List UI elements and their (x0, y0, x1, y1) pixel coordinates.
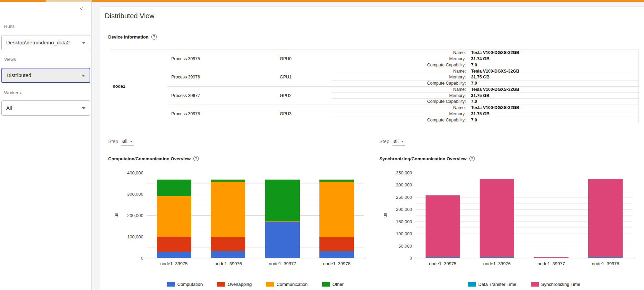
legend-item-synchronizing-time: Synchronizing Time (531, 282, 580, 287)
legend-item-computation: Computation (167, 282, 203, 287)
bar-segment-communication (319, 182, 354, 237)
property-label: Memory: (331, 75, 469, 79)
property-row: Memory:31.75 GB (331, 111, 638, 117)
field-label-views: Views (4, 57, 16, 62)
legend-swatch (167, 282, 175, 287)
views-select-value: Distributed (7, 72, 31, 78)
property-row: Compute Capability:7.0 (331, 98, 638, 105)
device-information-heading: Device Information ? (108, 34, 157, 40)
left-chart-title-text: Computaion/Communication Overview (108, 156, 191, 161)
left-chart-help-icon[interactable]: ? (193, 156, 199, 161)
y-axis-tick-label: 100,000 (105, 234, 143, 239)
legend-swatch (217, 282, 225, 287)
x-axis-category-label: node1_39975 (417, 261, 469, 266)
left-chart-title: Computaion/Communication Overview ? (108, 156, 199, 161)
property-value: Tesla V100-DGXS-32GB (469, 105, 519, 110)
chevron-down-icon (401, 141, 404, 142)
bar-segment-other (211, 180, 245, 182)
device-information-table: node1Process 39975GPU0Name:Tesla V100-DG… (109, 50, 639, 123)
y-axis-tick-label: 200,000 (374, 207, 412, 212)
device-information-label: Device Information (108, 34, 149, 40)
property-row: Memory:31.75 GB (331, 92, 638, 98)
property-value: 31.75 GB (469, 93, 490, 98)
right-step-select[interactable]: all (392, 138, 405, 146)
property-value: 31.74 GB (469, 56, 490, 61)
runs-select[interactable]: Desktop\demo\demo_data2 (1, 35, 90, 50)
chevron-down-icon (82, 75, 85, 77)
y-axis-tick-label: 250,000 (374, 195, 412, 200)
legend-swatch (531, 282, 539, 287)
bar-segment-communication (265, 221, 300, 222)
collapse-sidebar-icon[interactable]: < (78, 5, 85, 13)
bar-segment-data-transfer-time (426, 257, 460, 258)
gpu-cell: GPU1 (276, 68, 331, 86)
gpu-cell: GPU0 (276, 50, 331, 68)
legend-swatch (322, 282, 330, 287)
runs-select-value: Desktop\demo\demo_data2 (6, 40, 70, 45)
process-cell: Process 39975 (167, 50, 276, 68)
gpu-group-row: Process 39977GPU2Name:Tesla V100-DGXS-32… (167, 86, 638, 105)
app-screen: < RunsDesktop\demo\demo_data2ViewsDistri… (0, 0, 644, 290)
property-row: Name:Tesla V100-DGXS-32GB (331, 105, 638, 111)
x-axis-category-label: node1_39978 (580, 261, 631, 266)
legend-item-other: Other (322, 282, 344, 287)
workers-select[interactable]: All (1, 100, 90, 116)
bar-segment-overlapping (319, 237, 354, 251)
legend-label: Data Transfer Time (478, 282, 517, 287)
node-name-cell: node1 (109, 50, 167, 123)
right-chart-help-icon[interactable]: ? (469, 156, 475, 161)
property-row: Compute Capability:7.0 (331, 80, 638, 86)
property-label: Memory: (331, 56, 469, 61)
bar-segment-other (319, 180, 354, 182)
property-label: Name: (331, 69, 469, 74)
chevron-down-icon (130, 141, 133, 142)
property-value: 7.0 (469, 81, 477, 86)
right-chart-title-text: Synchronizing/Communication Overview (379, 156, 467, 161)
legend-label: Communication (276, 282, 307, 287)
bar-segment-synchronizing-time (588, 179, 623, 257)
bar-segment-synchronizing-time (426, 195, 460, 257)
top-bar-divider (92, 0, 92, 2)
property-label: Memory: (331, 93, 469, 98)
field-label-runs: Runs (4, 24, 14, 29)
y-axis-tick-label: 150,000 (374, 219, 412, 224)
bar-segment-computation (319, 251, 354, 258)
left-step-select[interactable]: all (121, 138, 134, 146)
bar-segment-data-transfer-time (588, 257, 623, 258)
property-label: Compute Capability: (331, 99, 469, 104)
chevron-down-icon (82, 107, 85, 109)
gpu-cell: GPU3 (276, 105, 331, 123)
views-select[interactable]: Distributed (1, 68, 90, 83)
bar-segment-computation (265, 222, 300, 258)
gridline (416, 173, 633, 173)
legend-label: Other (333, 282, 344, 287)
x-axis-category-label: node1_39976 (471, 261, 523, 266)
top-accent-bar (0, 0, 644, 2)
property-label: Compute Capability: (331, 63, 469, 67)
synchronizing-communication-chart: 050,000100,000150,000200,000250,000300,0… (379, 165, 644, 290)
y-axis-tick-label: 50,000 (374, 244, 412, 249)
y-axis-tick-label: 0 (105, 256, 143, 261)
property-value: 7.0 (469, 118, 477, 122)
property-label: Compute Capability: (331, 81, 469, 86)
bar-segment-overlapping (211, 237, 245, 251)
property-row: Name:Tesla V100-DGXS-32GB (331, 68, 638, 74)
property-value: Tesla V100-DGXS-32GB (469, 50, 519, 55)
right-chart-title: Synchronizing/Communication Overview ? (379, 156, 475, 161)
legend-label: Computation (177, 282, 203, 287)
property-row: Name:Tesla V100-DGXS-32GB (331, 87, 638, 93)
bar-segment-overlapping (157, 237, 191, 251)
property-value: Tesla V100-DGXS-32GB (469, 87, 519, 92)
chart-legend: Data Transfer TimeSynchronizing Time (416, 282, 633, 287)
property-label: Compute Capability: (331, 118, 469, 122)
gpu-group-row: Process 39978GPU3Name:Tesla V100-DGXS-32… (167, 105, 638, 123)
gpu-group-row: Process 39975GPU0Name:Tesla V100-DGXS-32… (167, 50, 638, 68)
workers-select-value: All (6, 105, 12, 111)
property-value: 7.0 (469, 63, 477, 67)
process-cell: Process 39976 (167, 68, 276, 86)
bar-segment-computation (157, 251, 191, 258)
property-label: Name: (331, 105, 469, 110)
y-axis-tick-label: 300,000 (105, 192, 143, 197)
legend-swatch (266, 282, 274, 287)
device-information-help-icon[interactable]: ? (151, 34, 157, 40)
